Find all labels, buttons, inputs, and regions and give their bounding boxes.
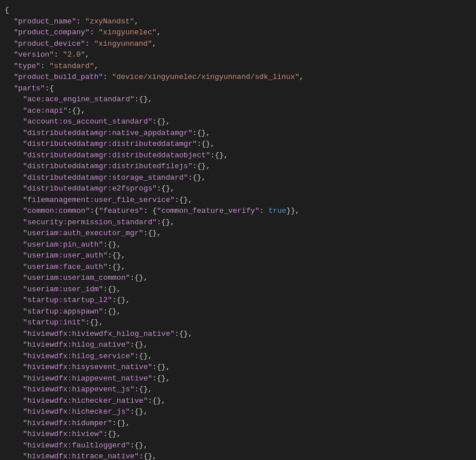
line-content: "product_name": "zxyNandst",: [14, 16, 138, 27]
line-wrapper: "filemanagement:user_file_service":{},: [0, 195, 476, 206]
line-content: "filemanagement:user_file_service":{},: [23, 195, 192, 206]
line-content: "startup:init":{},: [23, 317, 103, 328]
line-wrapper: "security:permission_standard":{},: [0, 217, 476, 228]
line-wrapper: "distributeddatamgr:native_appdatamgr":{…: [0, 128, 476, 139]
line-wrapper: "startup:appspawn":{},: [0, 306, 476, 318]
line-content: {: [5, 5, 9, 16]
code-line: "useriam:user_auth":{},: [0, 250, 476, 261]
line-wrapper: "distributeddatamgr:e2fsprogs":{},: [0, 183, 476, 195]
line-content: "parts":{: [14, 83, 54, 94]
line-wrapper: "startup:init":{},: [0, 317, 476, 328]
code-line: "hiviewdfx:hisysevent_native":{},: [0, 362, 476, 373]
line-content: "startup:startup_l2":{},: [23, 295, 130, 306]
line-content: "useriam:user_idm":{},: [23, 284, 121, 295]
line-content: "hiviewdfx:hilog_service":{},: [23, 351, 152, 362]
line-content: "hiviewdfx:hiappevent_native":{},: [23, 373, 170, 384]
line-content: "common:common":{"features": {"common_fe…: [23, 205, 300, 217]
line-content: "distributeddatamgr:distributeddataobjec…: [23, 150, 228, 161]
code-line: "hiviewdfx:hiview":{},: [0, 429, 476, 440]
code-line: "ace:napi":{},: [0, 105, 476, 117]
line-wrapper: "hiviewdfx:hichecker_native":{},: [0, 395, 476, 407]
line-content: "ace:ace_engine_standard":{},: [23, 94, 152, 105]
code-line: "hiviewdfx:hichecker_js":{},: [0, 406, 476, 418]
code-line: "distributeddatamgr:storage_standard":{}…: [0, 172, 476, 184]
line-content: "product_company": "xingyunelec",: [14, 27, 161, 38]
code-line: "startup:startup_l2":{},: [0, 295, 476, 306]
line-wrapper: "startup:startup_l2":{},: [0, 295, 476, 306]
line-wrapper: "hiviewdfx:faultloggerd":{},: [0, 440, 476, 451]
code-line: "security:permission_standard":{},: [0, 217, 476, 228]
line-wrapper: "hiviewdfx:hidumper":{},: [0, 418, 476, 429]
code-line: "hiviewdfx:hilog_service":{},: [0, 351, 476, 362]
line-content: "useriam:user_auth":{},: [23, 250, 125, 261]
code-line: "hiviewdfx:hidumper":{},: [0, 418, 476, 429]
line-content: "hiviewdfx:hiviewdfx_hilog_native":{},: [23, 328, 192, 340]
code-line: "product_build_path": "device/xingyunele…: [0, 72, 476, 83]
line-wrapper: "ace:napi":{},: [0, 105, 476, 117]
line-wrapper: "product_build_path": "device/xingyunele…: [0, 72, 476, 83]
code-line: "hiviewdfx:hilog_native":{},: [0, 339, 476, 351]
code-line: "distributeddatamgr:distributeddataobjec…: [0, 150, 476, 161]
code-line: "hiviewdfx:hiappevent_js":{},: [0, 384, 476, 395]
line-content: "ace:napi":{},: [23, 105, 85, 117]
line-content: "product_device": "xingyunnand",: [14, 38, 157, 50]
code-line: "parts":{: [0, 83, 476, 94]
line-content: "product_build_path": "device/xingyunele…: [14, 72, 304, 83]
code-line: "useriam:user_idm":{},: [0, 284, 476, 295]
code-line: "startup:appspawn":{},: [0, 306, 476, 318]
line-wrapper: "useriam:user_auth":{},: [0, 250, 476, 261]
code-line: "hiviewdfx:hiappevent_native":{},: [0, 373, 476, 384]
line-wrapper: "useriam:useriam_common":{},: [0, 272, 476, 284]
line-wrapper: "distributeddatamgr:distributeddataobjec…: [0, 150, 476, 161]
line-content: "useriam:useriam_common":{},: [23, 272, 148, 284]
line-wrapper: "hiviewdfx:hilog_service":{},: [0, 351, 476, 362]
line-wrapper: {: [0, 5, 476, 16]
line-content: "hiviewdfx:hichecker_native":{},: [23, 395, 166, 407]
code-line: "product_name": "zxyNandst",: [0, 16, 476, 27]
line-wrapper: "hiviewdfx:hiappevent_js":{},: [0, 384, 476, 395]
code-line: "distributeddatamgr:e2fsprogs":{},: [0, 183, 476, 195]
line-content: "distributeddatamgr:e2fsprogs":{},: [23, 183, 174, 195]
line-wrapper: "product_device": "xingyunnand",: [0, 38, 476, 50]
line-content: "hiviewdfx:faultloggerd":{},: [23, 440, 148, 451]
line-wrapper: "common:common":{"features": {"common_fe…: [0, 205, 476, 217]
code-line: "filemanagement:user_file_service":{},: [0, 195, 476, 206]
code-line: "startup:init":{},: [0, 317, 476, 328]
line-wrapper: "product_name": "zxyNandst",: [0, 16, 476, 27]
line-content: "hiviewdfx:hisysevent_native":{},: [23, 362, 170, 373]
line-wrapper: "useriam:pin_auth":{},: [0, 239, 476, 251]
code-line: "account:os_account_standard":{},: [0, 116, 476, 128]
line-content: "hiviewdfx:hitrace_native":{},: [23, 451, 157, 460]
code-line: "distributeddatamgr:distributedfilejs":{…: [0, 161, 476, 172]
line-wrapper: "hiviewdfx:hichecker_js":{},: [0, 406, 476, 418]
line-content: "distributeddatamgr:native_appdatamgr":{…: [23, 128, 211, 139]
code-line: "type": "standard",: [0, 61, 476, 72]
line-wrapper: "account:os_account_standard":{},: [0, 116, 476, 128]
line-wrapper: "hiviewdfx:hiview":{},: [0, 429, 476, 440]
code-line: "hiviewdfx:hitrace_native":{},: [0, 451, 476, 460]
line-content: "hiviewdfx:hilog_native":{},: [23, 339, 148, 351]
line-content: "version": "2.0",: [14, 49, 90, 61]
line-wrapper: "version": "2.0",: [0, 49, 476, 61]
line-content: "useriam:pin_auth":{},: [23, 239, 121, 251]
line-content: "security:permission_standard":{},: [23, 217, 174, 228]
code-line: "useriam:useriam_common":{},: [0, 272, 476, 284]
code-line: "hiviewdfx:hichecker_native":{},: [0, 395, 476, 407]
code-viewer: {"product_name": "zxyNandst","product_co…: [0, 0, 476, 460]
code-line: "ace:ace_engine_standard":{},: [0, 94, 476, 105]
line-wrapper: "product_company": "xingyunelec",: [0, 27, 476, 38]
code-line: {: [0, 5, 476, 16]
code-line: "hiviewdfx:faultloggerd":{},: [0, 440, 476, 451]
line-wrapper: "useriam:auth_executor_mgr":{},: [0, 228, 476, 239]
line-wrapper: "useriam:face_auth":{},: [0, 261, 476, 273]
line-wrapper: "hiviewdfx:hiappevent_native":{},: [0, 373, 476, 384]
line-wrapper: "type": "standard",: [0, 61, 476, 72]
line-wrapper: "hiviewdfx:hitrace_native":{},: [0, 451, 476, 460]
line-content: "useriam:face_auth":{},: [23, 261, 125, 273]
line-content: "hiviewdfx:hiappevent_js":{},: [23, 384, 152, 395]
line-wrapper: "hiviewdfx:hiviewdfx_hilog_native":{},: [0, 328, 476, 340]
line-content: "distributeddatamgr:distributedfilejs":{…: [23, 161, 211, 172]
line-content: "hiviewdfx:hiview":{},: [23, 429, 121, 440]
line-wrapper: "hiviewdfx:hisysevent_native":{},: [0, 362, 476, 373]
line-wrapper: "distributeddatamgr:distributeddatamgr":…: [0, 138, 476, 150]
